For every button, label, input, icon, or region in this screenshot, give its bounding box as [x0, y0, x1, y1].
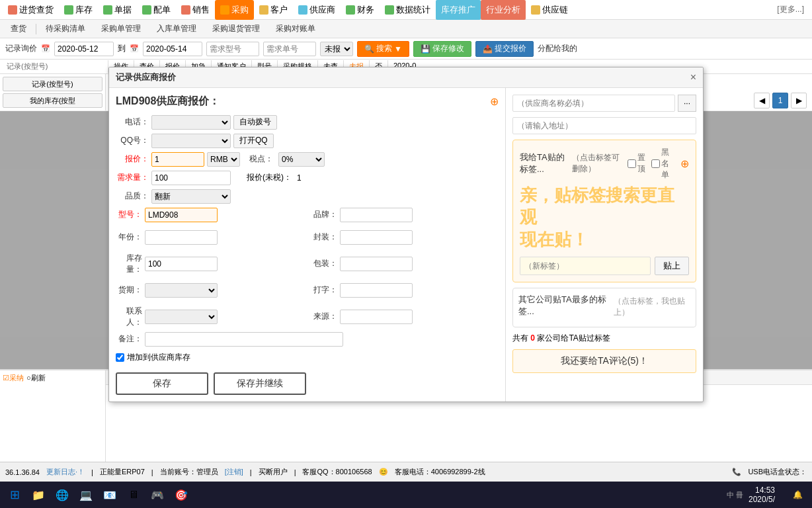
- sub-nav-caigoudan[interactable]: 采购单管理: [93, 20, 149, 38]
- nav-item-gongyingshang[interactable]: 供应商: [293, 0, 341, 20]
- type-search-input[interactable]: [206, 42, 259, 56]
- sub-nav: 查货 待采购清单 采购单管理 入库单管理 采购退货管理 采购对账单: [0, 20, 812, 38]
- nav-item-kehu[interactable]: 客户: [254, 0, 293, 20]
- sub-nav-back[interactable]: 查货: [3, 20, 34, 38]
- taskbar-status: 中 冊: [727, 490, 743, 500]
- packaging-input[interactable]: [340, 257, 413, 271]
- nav-item-danju[interactable]: 单据: [98, 0, 137, 20]
- package-type-input[interactable]: [340, 230, 413, 245]
- save-icon: 💾: [421, 44, 430, 54]
- sub-nav-rukuldan[interactable]: 入库单管理: [149, 20, 204, 38]
- qq-select[interactable]: [151, 134, 231, 148]
- taskbar-browser[interactable]: 🌐: [50, 483, 74, 507]
- taskbar-game[interactable]: 🎮: [145, 483, 169, 507]
- stock-input[interactable]: [145, 257, 218, 271]
- tag-paste-button[interactable]: 贴上: [655, 257, 689, 275]
- erp-label: 正能量ERP07: [100, 467, 145, 477]
- contact-row: 联系人：: [116, 306, 304, 328]
- save-continue-button[interactable]: 保存并继续: [214, 372, 306, 395]
- taskbar-app[interactable]: 🎯: [169, 483, 193, 507]
- my-stock-btn[interactable]: 我的库存(按型: [3, 93, 102, 108]
- remarks-row: 备注：: [116, 332, 499, 347]
- nav-item-jinhuo[interactable]: 进货查货: [3, 0, 59, 20]
- lead-row: 货期：: [116, 283, 304, 298]
- supplier-name-input[interactable]: [512, 95, 675, 112]
- sub-nav-daicaigou[interactable]: 待采购清单: [38, 20, 93, 38]
- modal-right-panel: ··· 我给TA贴的标签... （点击标签可删除） 置顶: [506, 88, 703, 402]
- auto-call-button[interactable]: 自动拨号: [233, 115, 277, 130]
- phone-row: 电话： 自动拨号: [116, 115, 499, 130]
- prev-page-btn[interactable]: ◀: [754, 93, 770, 108]
- adopt-btn[interactable]: ☑采纳: [3, 373, 24, 383]
- current-page-btn[interactable]: 1: [772, 93, 788, 108]
- nav-item-hangye[interactable]: 行业分析: [481, 0, 526, 20]
- supplier-search-btn[interactable]: ···: [678, 95, 696, 112]
- nav-item-kucun[interactable]: 库存: [59, 0, 98, 20]
- tax-select[interactable]: 0%: [278, 152, 325, 167]
- taskbar-file[interactable]: 📁: [26, 483, 50, 507]
- tag-count-number: 0: [530, 333, 535, 343]
- supplier-address-input[interactable]: [512, 117, 696, 134]
- search-button[interactable]: 🔍 搜索 ▼: [357, 41, 409, 57]
- sub-nav-tuihuo[interactable]: 采购退货管理: [204, 20, 268, 38]
- quality-select[interactable]: 翻新: [151, 189, 231, 204]
- print-input[interactable]: [340, 283, 413, 298]
- brand-input[interactable]: [340, 208, 413, 222]
- nav-item-xiaoshou[interactable]: 销售: [176, 0, 215, 20]
- num-search-input[interactable]: [263, 42, 316, 56]
- source-input[interactable]: [340, 310, 413, 324]
- taskbar-clock: 14:53 2020/5/: [749, 486, 780, 504]
- taskbar-computer[interactable]: 💻: [74, 483, 98, 507]
- right-share-icon[interactable]: ⊕: [680, 157, 689, 170]
- nav-item-shuju[interactable]: 数据统计: [380, 0, 436, 20]
- qty-row: 需求量： 报价(未税)： 1: [116, 171, 499, 185]
- remarks-input[interactable]: [145, 332, 343, 347]
- save-modify-button[interactable]: 💾 保存修改: [413, 41, 471, 57]
- blacklist-label: 黑名单: [661, 147, 675, 181]
- lead-select[interactable]: [145, 283, 218, 298]
- logout-link[interactable]: [注销]: [225, 467, 243, 477]
- quality-row: 品质： 翻新: [116, 189, 499, 204]
- log-label[interactable]: 更新日志·！: [46, 467, 85, 477]
- price-input[interactable]: [151, 152, 204, 167]
- nav-item-kucuntg[interactable]: 库存推广: [436, 0, 481, 20]
- nav-item-gongyinglian[interactable]: 供应链: [526, 0, 573, 20]
- taskbar-notification[interactable]: 🔔: [786, 483, 809, 507]
- model-input[interactable]: [145, 208, 218, 222]
- packaging-row: 包装：: [311, 253, 499, 275]
- share-icon[interactable]: ⊕: [490, 95, 499, 108]
- record-price-modal: 记录供应商报价 × LMD908供应商报价： ⊕ 电话： 自动拨号 QQ号：: [108, 67, 704, 402]
- year-input[interactable]: [145, 230, 218, 245]
- date-from-input[interactable]: [54, 42, 114, 56]
- status-select[interactable]: 未报: [320, 42, 353, 56]
- sub-nav-duizhang[interactable]: 采购对账单: [268, 20, 323, 38]
- qty-input[interactable]: [151, 171, 231, 185]
- next-page-btn[interactable]: ▶: [791, 93, 807, 108]
- nav-item-peidan[interactable]: 配单: [137, 0, 176, 20]
- review-button[interactable]: 我还要给TA评论(5)！: [512, 349, 696, 373]
- record-btn[interactable]: 记录(按型号): [3, 77, 102, 91]
- reset-top-checkbox[interactable]: [628, 159, 636, 168]
- date-to-input[interactable]: [143, 42, 202, 56]
- phone-select[interactable]: [151, 115, 231, 130]
- other-tags-title: 其它公司贴TA最多的标签...: [518, 294, 610, 318]
- submit-price-button[interactable]: 📤 提交报价: [475, 41, 534, 57]
- add-stock-checkbox[interactable]: [116, 353, 124, 362]
- usb-label: USB电话盒状态：: [748, 467, 807, 477]
- currency-select[interactable]: RMB: [207, 152, 240, 167]
- supplier-name-row: ···: [512, 95, 696, 112]
- taskbar-email[interactable]: 📧: [98, 483, 122, 507]
- refresh-btn[interactable]: ○刷新: [26, 373, 46, 383]
- contact-select[interactable]: [145, 310, 218, 324]
- nav-item-caiwu[interactable]: 财务: [341, 0, 380, 20]
- submit-icon: 📤: [483, 44, 493, 54]
- new-tag-input[interactable]: [520, 257, 651, 275]
- taskbar-start[interactable]: ⊞: [3, 483, 26, 507]
- nav-more[interactable]: [更多...]: [772, 4, 809, 15]
- nav-item-caigou[interactable]: 采购: [215, 0, 254, 20]
- open-qq-button[interactable]: 打开QQ: [233, 134, 274, 148]
- blacklist-checkbox[interactable]: [651, 159, 660, 168]
- taskbar-screen[interactable]: 🖥: [122, 483, 145, 507]
- modal-close-button[interactable]: ×: [690, 71, 696, 83]
- save-button[interactable]: 保存: [116, 372, 208, 395]
